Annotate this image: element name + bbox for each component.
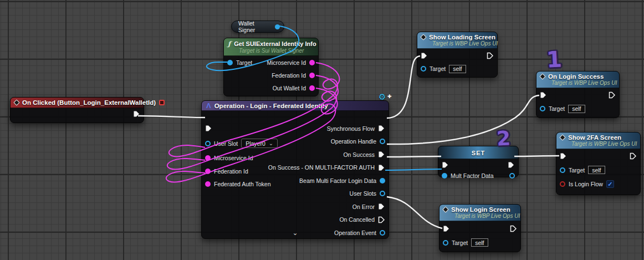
node-title: Show Loading Screen: [429, 34, 495, 40]
node-wallet-signer[interactable]: Wallet Signer: [231, 21, 284, 33]
exec-output-pin[interactable]: [630, 152, 637, 160]
exec-output-pin-on-cancelled[interactable]: [378, 216, 385, 223]
exec-input-pin[interactable]: [421, 52, 428, 59]
exec-input-pin[interactable]: [443, 225, 450, 232]
node-title: Show Login Screen: [451, 206, 510, 213]
pin-operation-handle-output[interactable]: [380, 139, 385, 144]
pin-is-login-flow-input[interactable]: [560, 181, 565, 187]
pin-microservice-id-output[interactable]: [309, 60, 315, 65]
pin-mult-factor-data-output[interactable]: [509, 173, 515, 179]
gear-icon[interactable]: ⚙: [379, 93, 386, 101]
event-diamond-icon: [13, 99, 19, 105]
is-login-flow-checkbox[interactable]: ✓: [606, 180, 614, 188]
node-show-login-screen[interactable]: Show Login Screen Target is WBP Live Ops…: [439, 204, 521, 252]
node-header: Show 2FA Screen Target is WBP Live Ops U…: [556, 132, 640, 149]
pin-label: Federation Id: [272, 72, 306, 79]
target-self-field[interactable]: self: [588, 166, 605, 174]
node-subtitle: Target is Sui Wallet Signer: [239, 48, 314, 54]
delegate-event-icon: [159, 100, 165, 105]
pin-label: On Success: [343, 151, 375, 158]
node-header: On Login Success Target is WBP Live Ops …: [536, 72, 619, 88]
pin-federation-id-input[interactable]: [205, 169, 211, 174]
event-diamond-icon: [539, 73, 545, 79]
pin-user-slot-input[interactable]: [205, 141, 211, 146]
pin-user-slots-output[interactable]: [380, 191, 385, 196]
node-header: Show Login Screen Target is WBP Live Ops…: [439, 205, 520, 221]
pin-out-wallet-id-output[interactable]: [309, 85, 315, 91]
pin-target-input[interactable]: [227, 60, 233, 65]
pin-target-input[interactable]: [421, 66, 426, 72]
pin-label: Target: [430, 65, 446, 72]
pin-target-input[interactable]: [540, 106, 545, 111]
node-title: SET: [472, 150, 485, 156]
pin-label: Synchronous Flow: [327, 125, 375, 132]
pin-label: Federated Auth Token: [214, 181, 271, 187]
pin-label: Target: [569, 167, 585, 174]
pin-wallet-signer-output[interactable]: [275, 24, 280, 29]
node-show-loading-screen[interactable]: Show Loading Screen Target is WBP Live O…: [417, 32, 498, 78]
pin-label: Mult Factor Data: [451, 172, 494, 179]
node-header: Λ Operation - Login - Federated Identity: [202, 101, 389, 111]
exec-output-pin[interactable]: [133, 110, 140, 118]
exec-output-pin[interactable]: [487, 52, 494, 59]
pin-federated-auth-token-input[interactable]: [205, 181, 211, 187]
node-title: On Login Success: [548, 73, 604, 80]
pin-label: Microservice Id: [267, 59, 306, 66]
pin-label: Out Wallet Id: [273, 85, 306, 91]
exec-output-pin-on-error[interactable]: [378, 203, 385, 210]
node-subtitle: Target is WBP Live Ops UI: [571, 141, 636, 147]
blueprint-graph-canvas[interactable]: On Clicked (Button_Login_ExternalWalletI…: [0, 0, 644, 260]
pin-label: User Slots: [350, 190, 376, 197]
exec-output-pin[interactable]: [508, 161, 515, 169]
node-title: On Clicked (Button_Login_ExternalWalletI…: [22, 99, 156, 106]
mouse-cursor-plus-icon: ✚: [387, 94, 392, 99]
exec-output-pin-on-success[interactable]: [378, 151, 385, 158]
target-self-field[interactable]: self: [568, 105, 585, 113]
node-operation-login-federated-identity[interactable]: Λ Operation - Login - Federated Identity…: [201, 100, 389, 239]
pin-federation-id-output[interactable]: [309, 73, 315, 78]
exec-input-pin[interactable]: [540, 91, 547, 99]
node-title: Operation - Login - Federated Identity: [214, 103, 328, 109]
exec-output-pin-synchronous-flow[interactable]: [378, 125, 385, 132]
pin-beam-multi-factor-login-data-output[interactable]: [380, 178, 385, 183]
pin-label: Target: [236, 59, 252, 66]
beamable-logo-icon: Λ: [206, 102, 211, 109]
node-subtitle: Target is WBP Live Ops UI: [551, 80, 615, 86]
expand-pins-chevron-icon[interactable]: ⌄: [202, 230, 389, 236]
exec-input-pin[interactable]: [442, 161, 449, 169]
exec-input-pin[interactable]: [205, 125, 212, 132]
pin-label: Microservice Id: [214, 155, 253, 161]
exec-output-pin[interactable]: [609, 91, 616, 99]
pin-target-input[interactable]: [443, 240, 448, 246]
pin-label: Operation Handle: [331, 138, 376, 145]
function-icon: ƒ: [228, 40, 231, 48]
exec-output-pin-on-success-mfa[interactable]: [378, 164, 385, 171]
pin-label: Target: [452, 239, 468, 246]
variable-label: Wallet Signer: [238, 20, 271, 33]
node-on-clicked[interactable]: On Clicked (Button_Login_ExternalWalletI…: [10, 97, 144, 123]
target-self-field[interactable]: self: [449, 65, 466, 73]
pin-label: On Cancelled: [339, 216, 375, 223]
pin-label: On Error: [352, 203, 375, 210]
pin-label: User Slot: [214, 140, 238, 147]
node-title: Get SUIExternal Identity Info: [234, 40, 316, 47]
exec-output-pin[interactable]: [510, 225, 517, 232]
sequence-marker-1: 1: [546, 46, 563, 72]
pin-target-input[interactable]: [560, 167, 565, 173]
node-show-2fa-screen[interactable]: Show 2FA Screen Target is WBP Live Ops U…: [556, 132, 641, 195]
exec-input-pin[interactable]: [560, 152, 567, 160]
pin-mult-factor-data-input[interactable]: [442, 173, 447, 179]
pin-microservice-id-input[interactable]: [205, 155, 211, 161]
event-diamond-icon: [420, 34, 426, 40]
node-get-sui-external-identity-info[interactable]: ƒ Get SUIExternal Identity Info Target i…: [223, 38, 319, 96]
sequence-marker-2: 2: [496, 126, 511, 150]
event-diamond-icon: [559, 134, 565, 140]
node-set-mult-factor-data[interactable]: SET Mult Factor Data: [438, 146, 519, 177]
node-subtitle: Target is WBP Live Ops UI: [454, 213, 516, 219]
pin-label: Federation Id: [214, 168, 248, 175]
user-slot-value: Player0: [246, 140, 265, 147]
node-header: Show Loading Screen Target is WBP Live O…: [417, 32, 497, 49]
target-self-field[interactable]: self: [471, 238, 488, 247]
node-on-login-success[interactable]: On Login Success Target is WBP Live Ops …: [536, 71, 620, 118]
pin-label: Is Login Flow: [569, 181, 603, 187]
